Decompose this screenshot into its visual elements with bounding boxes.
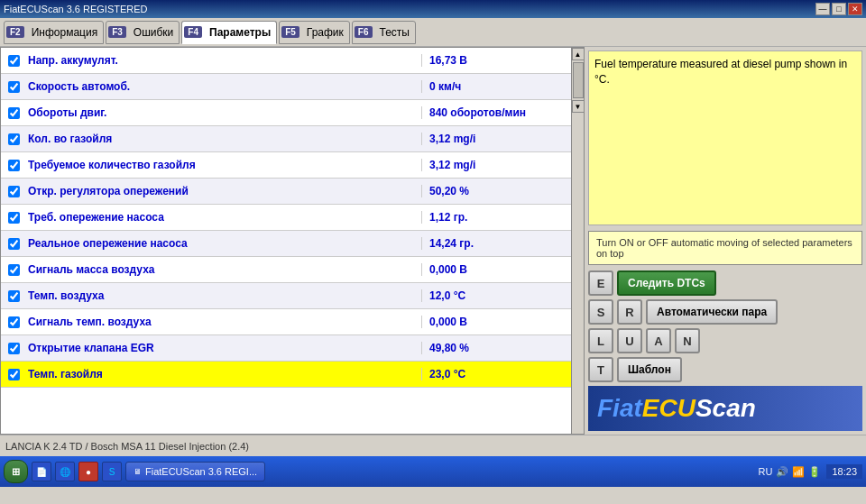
param-checkbox[interactable] — [8, 55, 20, 67]
taskbar-icon-4[interactable]: S — [102, 462, 122, 481]
scroll-thumb[interactable] — [573, 62, 584, 98]
status-bar: LANCIA K 2.4 TD / Bosch MSA 11 Diesel In… — [0, 435, 866, 456]
vertical-scrollbar[interactable]: ▲ ▼ — [571, 48, 584, 434]
scroll-down-arrow[interactable]: ▼ — [572, 100, 585, 113]
t-key-button[interactable]: T — [588, 357, 613, 382]
param-name: Открытие клапана EGR — [26, 342, 421, 354]
param-checkbox-cell[interactable] — [1, 186, 26, 197]
param-name: Сигналь темп. воздуха — [26, 316, 421, 328]
tab-label-graph: График — [301, 26, 349, 39]
tray-icons: RU 🔊 📶 🔋 — [759, 466, 822, 478]
auto-params-button[interactable]: Автоматически пара — [646, 299, 778, 325]
info-box: Fuel temperature measured at diesel pump… — [588, 50, 862, 225]
info-text: Fuel temperature measured at diesel pump… — [594, 58, 847, 86]
system-clock: 18:23 — [826, 464, 862, 479]
param-checkbox-cell[interactable] — [1, 290, 26, 302]
param-checkbox-cell[interactable] — [1, 107, 26, 119]
param-name: Обороты двиг. — [26, 106, 421, 119]
param-checkbox-cell[interactable] — [1, 55, 26, 67]
tab-label-errors: Ошибки — [128, 26, 180, 39]
taskbar-right: RU 🔊 📶 🔋 18:23 — [759, 464, 862, 479]
r-key-button[interactable]: R — [617, 299, 642, 325]
table-row: Сигналь масса воздуха 0,000 В — [1, 257, 584, 283]
param-value: 0 км/ч — [421, 80, 584, 93]
tab-parameters[interactable]: F4 Параметры — [181, 21, 277, 44]
close-button[interactable]: ✕ — [848, 3, 862, 15]
table-row: Открытие клапана EGR 49,80 % — [1, 335, 584, 362]
network-icon: 🔊 — [776, 466, 788, 478]
param-checkbox-cell[interactable] — [1, 316, 26, 328]
table-row: Кол. во газойля 3,12 mg/i — [1, 126, 584, 152]
param-checkbox[interactable] — [8, 238, 20, 250]
tab-key-f5: F5 — [281, 26, 299, 38]
taskbar: ⊞ 📄 🌐 ● S 🖥 FiatECUScan 3.6 REGI... RU 🔊… — [0, 456, 866, 487]
param-value: 3,12 mg/i — [421, 159, 584, 171]
l-key-button[interactable]: L — [588, 328, 613, 353]
a-key-button[interactable]: A — [646, 328, 671, 353]
right-buttons-area: E Следить DTCs S R Автоматически пара L … — [588, 270, 862, 382]
menu-bar: F2 Информация F3 Ошибки F4 Параметры F5 … — [0, 18, 866, 47]
scroll-up-arrow[interactable]: ▲ — [572, 48, 585, 60]
e-key-button[interactable]: E — [588, 270, 613, 296]
param-value: 0,000 В — [421, 263, 584, 276]
param-checkbox[interactable] — [8, 343, 20, 354]
auto-params-row: S R Автоматически пара — [588, 299, 862, 325]
taskbar-icon-2[interactable]: 🌐 — [55, 462, 75, 481]
param-checkbox[interactable] — [8, 133, 20, 145]
tab-graph[interactable]: F5 График — [279, 21, 350, 44]
tab-errors[interactable]: F3 Ошибки — [106, 21, 180, 44]
param-checkbox-cell[interactable] — [1, 212, 26, 224]
battery-icon: 🔋 — [808, 466, 821, 478]
param-checkbox[interactable] — [8, 160, 20, 171]
param-name: Скорость автомоб. — [26, 80, 421, 93]
maximize-button[interactable]: □ — [832, 3, 846, 15]
param-value: 3,12 mg/i — [421, 133, 584, 145]
parameter-list: Напр. аккумулят. 16,73 В Скорость автомо… — [1, 48, 584, 388]
taskbar-icon-1[interactable]: 📄 — [32, 462, 51, 481]
param-name: Треб. опережение насоса — [26, 211, 421, 224]
table-row: Треб. опережение насоса 1,12 гр. — [1, 205, 584, 231]
follow-dtcs-row: E Следить DTCs — [588, 270, 862, 296]
luan-row: L U A N — [588, 328, 862, 353]
tab-label-tests: Тесты — [374, 26, 415, 39]
param-checkbox[interactable] — [8, 186, 20, 197]
follow-dtcs-button[interactable]: Следить DTCs — [617, 270, 716, 296]
param-checkbox-cell[interactable] — [1, 133, 26, 145]
main-content: Напр. аккумулят. 16,73 В Скорость автомо… — [0, 47, 866, 435]
param-name: Напр. аккумулят. — [26, 54, 421, 67]
table-row: Скорость автомоб. 0 км/ч — [1, 74, 584, 100]
logo-area: FiatECUScan — [588, 386, 862, 431]
param-checkbox[interactable] — [8, 290, 20, 302]
u-key-button[interactable]: U — [617, 328, 642, 353]
template-button[interactable]: Шаблон — [617, 357, 682, 382]
tab-tests[interactable]: F6 Тесты — [352, 21, 416, 44]
table-row: Напр. аккумулят. 16,73 В — [1, 48, 584, 74]
window-title: FiatECUScan 3.6 REGISTERED — [4, 4, 148, 14]
param-checkbox[interactable] — [8, 107, 20, 119]
param-checkbox-cell[interactable] — [1, 81, 26, 93]
param-checkbox-cell[interactable] — [1, 238, 26, 250]
param-checkbox[interactable] — [8, 212, 20, 224]
start-button[interactable]: ⊞ — [4, 460, 28, 483]
table-row: Темп. воздуха 12,0 °C — [1, 283, 584, 309]
param-checkbox-cell[interactable] — [1, 369, 26, 380]
param-checkbox[interactable] — [8, 316, 20, 328]
s-key-button[interactable]: S — [588, 299, 613, 325]
param-value: 50,20 % — [421, 185, 584, 197]
param-value: 0,000 В — [421, 316, 584, 328]
minimize-button[interactable]: — — [815, 3, 830, 15]
param-checkbox[interactable] — [8, 369, 20, 380]
taskbar-app-item[interactable]: 🖥 FiatECUScan 3.6 REGI... — [125, 462, 265, 481]
n-key-button[interactable]: N — [675, 328, 700, 353]
param-checkbox-cell[interactable] — [1, 343, 26, 354]
tooltip-text: Turn ON or OFF automatic moving of selec… — [596, 237, 852, 259]
taskbar-icon-3[interactable]: ● — [78, 462, 98, 481]
param-checkbox[interactable] — [8, 81, 20, 93]
parameter-table-container: Напр. аккумулят. 16,73 В Скорость автомо… — [0, 47, 585, 435]
tab-information[interactable]: F2 Информация — [4, 21, 104, 44]
table-row: Сигналь темп. воздуха 0,000 В — [1, 309, 584, 335]
param-checkbox-cell[interactable] — [1, 264, 26, 276]
tooltip-box: Turn ON or OFF automatic moving of selec… — [588, 231, 862, 265]
param-checkbox-cell[interactable] — [1, 160, 26, 171]
param-checkbox[interactable] — [8, 264, 20, 276]
